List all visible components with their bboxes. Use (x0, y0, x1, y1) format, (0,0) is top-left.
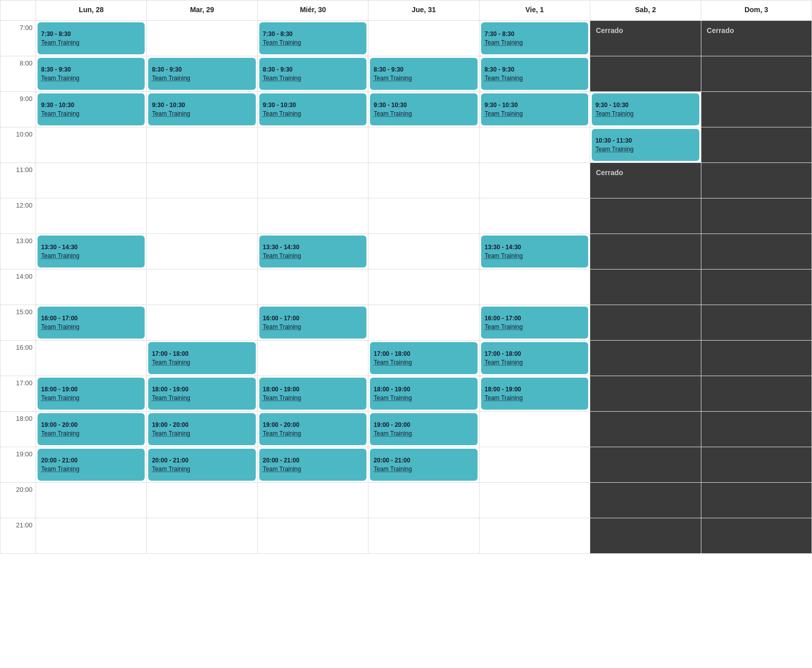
event-time: 8:30 - 9:30 (41, 65, 141, 74)
cell-lun-9:00[interactable]: 9:30 - 10:30Team Training (36, 92, 147, 127)
header-mar: Mar, 29 (147, 1, 257, 21)
cell-lun-13:00[interactable]: 13:30 - 14:30Team Training (36, 234, 147, 270)
event-lun-13:00[interactable]: 13:30 - 14:30Team Training (38, 236, 145, 268)
event-title: Team Training (485, 39, 585, 47)
cell-mier-7:00[interactable]: 7:30 - 8:30Team Training (258, 21, 368, 56)
event-lun-9:00[interactable]: 9:30 - 10:30Team Training (38, 93, 145, 125)
event-jue-19:00[interactable]: 20:00 - 21:00Team Training (370, 449, 477, 481)
event-mar-19:00[interactable]: 20:00 - 21:00Team Training (148, 449, 255, 481)
cell-jue-16:00[interactable]: 17:00 - 18:00Team Training (368, 341, 479, 376)
event-mier-9:00[interactable]: 9:30 - 10:30Team Training (259, 93, 366, 125)
cell-lun-7:00[interactable]: 7:30 - 8:30Team Training (36, 21, 147, 56)
event-mier-8:00[interactable]: 8:30 - 9:30Team Training (259, 58, 366, 90)
event-time: 18:00 - 19:00 (485, 385, 585, 394)
cell-sab-10:00[interactable]: 10:30 - 11:30Team Training (590, 127, 701, 163)
event-mier-15:00[interactable]: 16:00 - 17:00Team Training (259, 307, 366, 339)
event-title: Team Training (374, 465, 473, 474)
event-mier-19:00[interactable]: 20:00 - 21:00Team Training (259, 449, 366, 481)
time-21:00: 21:00 (1, 518, 36, 554)
cell-mier-21:00 (258, 518, 368, 554)
cell-lun-14:00 (36, 270, 147, 305)
event-vie-16:00[interactable]: 17:00 - 18:00Team Training (481, 342, 588, 374)
event-time: 16:00 - 17:00 (485, 314, 585, 323)
event-title: Team Training (152, 465, 252, 474)
cell-lun-20:00 (36, 483, 147, 518)
cell-dom-10:00 (701, 127, 812, 163)
time-18:00: 18:00 (1, 412, 36, 447)
cell-mier-17:00[interactable]: 18:00 - 19:00Team Training (258, 376, 368, 412)
cell-lun-15:00[interactable]: 16:00 - 17:00Team Training (36, 305, 147, 341)
cell-jue-9:00[interactable]: 9:30 - 10:30Team Training (368, 92, 479, 127)
event-lun-15:00[interactable]: 16:00 - 17:00Team Training (38, 307, 145, 339)
event-lun-7:00[interactable]: 7:30 - 8:30Team Training (38, 22, 145, 54)
event-mier-17:00[interactable]: 18:00 - 19:00Team Training (259, 378, 366, 410)
event-jue-9:00[interactable]: 9:30 - 10:30Team Training (370, 93, 477, 125)
cell-jue-8:00[interactable]: 8:30 - 9:30Team Training (368, 56, 479, 92)
event-mar-16:00[interactable]: 17:00 - 18:00Team Training (148, 342, 255, 374)
cell-jue-19:00[interactable]: 20:00 - 21:00Team Training (368, 447, 479, 483)
event-vie-13:00[interactable]: 13:30 - 14:30Team Training (481, 236, 588, 268)
event-time: 9:30 - 10:30 (595, 101, 695, 110)
cell-lun-17:00[interactable]: 18:00 - 19:00Team Training (36, 376, 147, 412)
event-time: 10:30 - 11:30 (595, 137, 695, 145)
cell-mier-13:00[interactable]: 13:30 - 14:30Team Training (258, 234, 368, 270)
event-jue-17:00[interactable]: 18:00 - 19:00Team Training (370, 378, 477, 410)
cell-mar-17:00[interactable]: 18:00 - 19:00Team Training (147, 376, 257, 412)
event-mar-18:00[interactable]: 19:00 - 20:00Team Training (148, 413, 255, 445)
cell-mier-10:00 (258, 127, 368, 163)
cell-mier-15:00[interactable]: 16:00 - 17:00Team Training (258, 305, 368, 341)
event-mar-17:00[interactable]: 18:00 - 19:00Team Training (148, 378, 255, 410)
event-mar-8:00[interactable]: 8:30 - 9:30Team Training (148, 58, 255, 90)
event-vie-17:00[interactable]: 18:00 - 19:00Team Training (481, 378, 588, 410)
event-title: Team Training (485, 394, 585, 403)
cell-mier-8:00[interactable]: 8:30 - 9:30Team Training (258, 56, 368, 92)
cell-vie-17:00[interactable]: 18:00 - 19:00Team Training (480, 376, 590, 412)
cell-vie-8:00[interactable]: 8:30 - 9:30Team Training (480, 56, 590, 92)
cell-mier-9:00[interactable]: 9:30 - 10:30Team Training (258, 92, 368, 127)
cell-mar-8:00[interactable]: 8:30 - 9:30Team Training (147, 56, 257, 92)
cell-mier-19:00[interactable]: 20:00 - 21:00Team Training (258, 447, 368, 483)
event-sab-9:00[interactable]: 9:30 - 10:30Team Training (592, 93, 699, 125)
event-lun-17:00[interactable]: 18:00 - 19:00Team Training (38, 378, 145, 410)
event-mier-13:00[interactable]: 13:30 - 14:30Team Training (259, 236, 366, 268)
event-vie-8:00[interactable]: 8:30 - 9:30Team Training (481, 58, 588, 90)
event-jue-8:00[interactable]: 8:30 - 9:30Team Training (370, 58, 477, 90)
cell-vie-15:00[interactable]: 16:00 - 17:00Team Training (480, 305, 590, 341)
event-vie-9:00[interactable]: 9:30 - 10:30Team Training (481, 93, 588, 125)
cell-vie-9:00[interactable]: 9:30 - 10:30Team Training (480, 92, 590, 127)
cell-vie-13:00[interactable]: 13:30 - 14:30Team Training (480, 234, 590, 270)
event-mier-7:00[interactable]: 7:30 - 8:30Team Training (259, 22, 366, 54)
header-sab: Sab, 2 (590, 1, 701, 21)
cell-mar-13:00 (147, 234, 257, 270)
event-vie-15:00[interactable]: 16:00 - 17:00Team Training (481, 307, 588, 339)
cell-lun-19:00[interactable]: 20:00 - 21:00Team Training (36, 447, 147, 483)
event-mier-18:00[interactable]: 19:00 - 20:00Team Training (259, 413, 366, 445)
cell-sab-14:00 (590, 270, 701, 305)
event-lun-18:00[interactable]: 19:00 - 20:00Team Training (38, 413, 145, 445)
cell-lun-18:00[interactable]: 19:00 - 20:00Team Training (36, 412, 147, 447)
cell-mar-19:00[interactable]: 20:00 - 21:00Team Training (147, 447, 257, 483)
event-title: Team Training (263, 74, 363, 83)
cell-vie-7:00[interactable]: 7:30 - 8:30Team Training (480, 21, 590, 56)
event-jue-18:00[interactable]: 19:00 - 20:00Team Training (370, 413, 477, 445)
cell-jue-18:00[interactable]: 19:00 - 20:00Team Training (368, 412, 479, 447)
event-lun-8:00[interactable]: 8:30 - 9:30Team Training (38, 58, 145, 90)
cell-mar-18:00[interactable]: 19:00 - 20:00Team Training (147, 412, 257, 447)
cell-mier-18:00[interactable]: 19:00 - 20:00Team Training (258, 412, 368, 447)
cell-sab-7:00: Cerrado (590, 21, 701, 56)
cell-jue-17:00[interactable]: 18:00 - 19:00Team Training (368, 376, 479, 412)
event-sab-10:00[interactable]: 10:30 - 11:30Team Training (592, 129, 699, 161)
event-jue-16:00[interactable]: 17:00 - 18:00Team Training (370, 342, 477, 374)
cell-sab-9:00[interactable]: 9:30 - 10:30Team Training (590, 92, 701, 127)
cell-vie-16:00[interactable]: 17:00 - 18:00Team Training (480, 341, 590, 376)
event-lun-19:00[interactable]: 20:00 - 21:00Team Training (38, 449, 145, 481)
event-title: Team Training (374, 358, 473, 367)
time-14:00: 14:00 (1, 270, 36, 305)
cell-lun-8:00[interactable]: 8:30 - 9:30Team Training (36, 56, 147, 92)
cell-mar-9:00[interactable]: 9:30 - 10:30Team Training (147, 92, 257, 127)
event-vie-7:00[interactable]: 7:30 - 8:30Team Training (481, 22, 588, 54)
event-time: 8:30 - 9:30 (152, 65, 252, 74)
event-mar-9:00[interactable]: 9:30 - 10:30Team Training (148, 93, 255, 125)
event-time: 19:00 - 20:00 (41, 421, 141, 429)
cell-mar-16:00[interactable]: 17:00 - 18:00Team Training (147, 341, 257, 376)
